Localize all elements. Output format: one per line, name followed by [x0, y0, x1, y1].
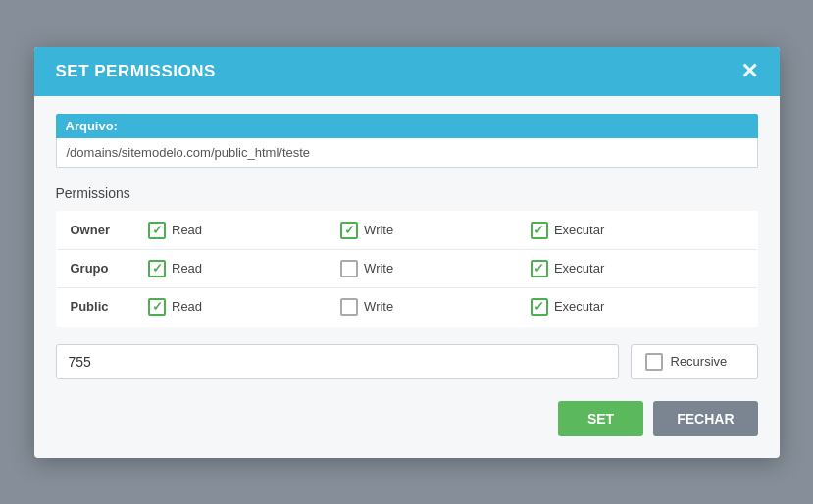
grupo-execute-checkbox[interactable]: [531, 260, 548, 277]
grupo-read-checkbox[interactable]: [148, 260, 166, 277]
owner-read-cell: Read: [134, 211, 327, 249]
modal-title: SET PERMISSIONS: [56, 62, 216, 81]
recursive-checkbox[interactable]: [645, 353, 663, 371]
owner-execute-checkbox[interactable]: [531, 222, 548, 239]
table-row: Public Read Write: [56, 287, 757, 326]
footer-buttons: SET FECHAR: [56, 401, 758, 436]
grupo-label: Grupo: [56, 249, 134, 287]
public-write-checkbox[interactable]: [340, 298, 358, 316]
owner-read-checkbox[interactable]: [148, 222, 166, 239]
arquivo-path: /domains/sitemodelo.com/public_html/test…: [56, 138, 758, 168]
owner-write-label: Write: [364, 223, 393, 237]
owner-label: Owner: [56, 211, 134, 249]
recursive-label: Recursive: [671, 354, 728, 369]
owner-write-checkbox[interactable]: [340, 222, 358, 239]
grupo-read-cell: Read: [134, 249, 327, 287]
fechar-button[interactable]: FECHAR: [653, 401, 757, 436]
close-button[interactable]: ✕: [740, 61, 758, 82]
grupo-read-label: Read: [172, 261, 202, 276]
public-label: Public: [56, 287, 134, 326]
modal-overlay: SET PERMISSIONS ✕ Arquivo: /domains/site…: [0, 0, 813, 504]
grupo-write-cell: Write: [327, 249, 517, 287]
public-execute-cell: Executar: [517, 287, 757, 326]
table-row: Grupo Read Write: [56, 249, 757, 287]
file-section: Arquivo: /domains/sitemodelo.com/public_…: [56, 114, 758, 168]
grupo-write-checkbox[interactable]: [340, 260, 358, 277]
public-write-cell: Write: [327, 287, 517, 326]
octal-input[interactable]: [56, 344, 619, 379]
bottom-row: Recursive: [56, 344, 758, 379]
recursive-cell: Recursive: [631, 344, 758, 379]
public-execute-checkbox[interactable]: [531, 298, 548, 316]
owner-read-label: Read: [172, 223, 202, 237]
public-execute-label: Executar: [554, 299, 604, 314]
table-row: Owner Read Write: [56, 211, 757, 249]
grupo-execute-label: Executar: [554, 261, 604, 276]
public-write-label: Write: [364, 299, 393, 314]
permissions-title: Permissions: [56, 185, 758, 201]
modal-header: SET PERMISSIONS ✕: [34, 47, 780, 96]
public-read-label: Read: [172, 299, 202, 314]
public-read-cell: Read: [134, 287, 327, 326]
modal-body: Arquivo: /domains/sitemodelo.com/public_…: [34, 96, 780, 458]
grupo-execute-cell: Executar: [517, 249, 757, 287]
grupo-write-label: Write: [364, 261, 393, 276]
owner-write-cell: Write: [327, 211, 517, 249]
public-read-checkbox[interactable]: [148, 298, 166, 316]
set-button[interactable]: SET: [558, 401, 643, 436]
arquivo-label: Arquivo:: [56, 114, 758, 138]
owner-execute-cell: Executar: [517, 211, 757, 249]
permissions-table: Owner Read Write: [56, 211, 758, 327]
owner-execute-label: Executar: [554, 223, 604, 237]
set-permissions-modal: SET PERMISSIONS ✕ Arquivo: /domains/site…: [34, 47, 780, 458]
